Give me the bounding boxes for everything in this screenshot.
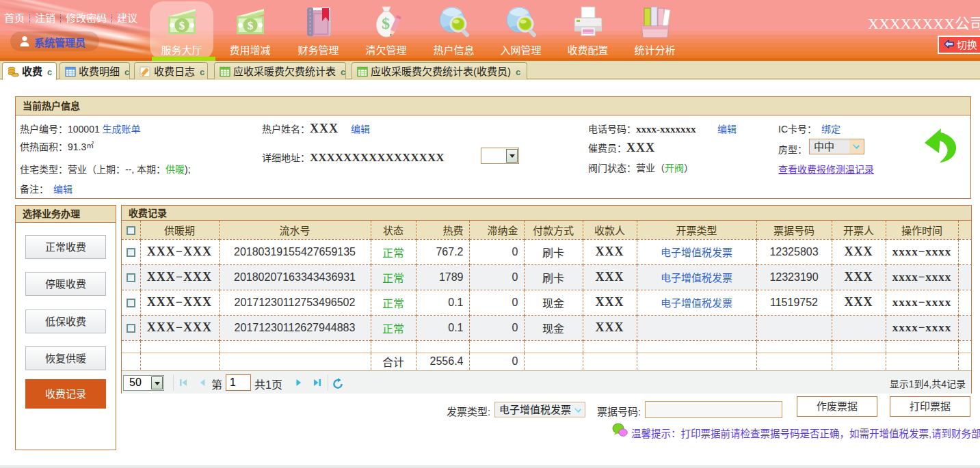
svg-text:$: $ — [382, 14, 390, 32]
svg-text:$: $ — [247, 19, 253, 32]
svg-text:$: $ — [178, 19, 185, 32]
